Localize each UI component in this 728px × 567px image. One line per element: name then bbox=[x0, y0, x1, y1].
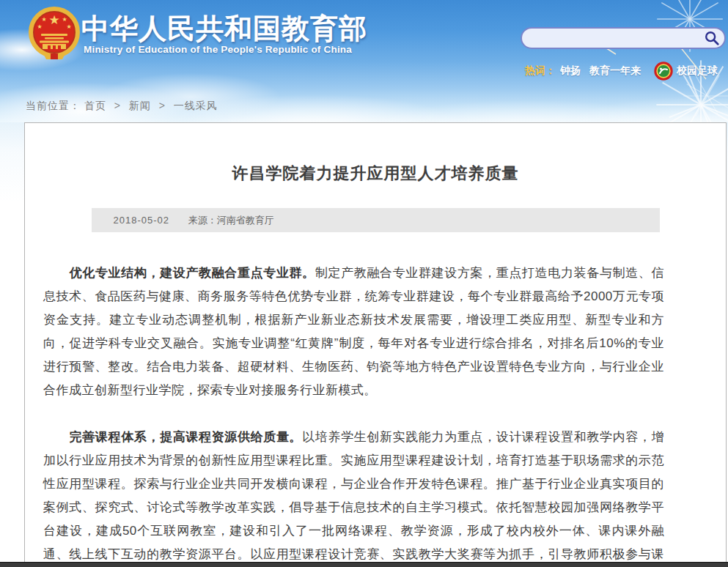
emblem-big-star: ★ bbox=[48, 13, 59, 27]
article-body: 优化专业结构，建设产教融合重点专业群。制定产教融合专业群建设方案，重点打造电力装… bbox=[43, 262, 664, 567]
svg-text:★: ★ bbox=[62, 16, 67, 23]
search-input[interactable] bbox=[532, 31, 695, 46]
paragraph-text: 制定产教融合专业群建设方案，重点打造电力装备与制造、信息技术、食品医药与健康、商… bbox=[43, 266, 664, 397]
campus-soccer-badge-icon[interactable] bbox=[654, 62, 673, 81]
svg-text:★: ★ bbox=[37, 23, 42, 30]
breadcrumb-home-link[interactable]: 首页 bbox=[84, 100, 106, 111]
paragraph-text: 以培养学生创新实践能力为重点，设计课程设置和教学内容，增加以行业应用技术为背景的… bbox=[43, 430, 664, 567]
hotwords-bar: 热词： 钟扬 教育一年来 校园足球 bbox=[525, 62, 718, 81]
page: ★ ★ ★ ★ ★ 中华人民共和国教育部 Ministry of Educati… bbox=[0, 0, 728, 567]
national-emblem-icon: ★ ★ ★ ★ ★ bbox=[26, 7, 83, 62]
footer-bar bbox=[0, 562, 728, 567]
breadcrumb-separator: > bbox=[114, 100, 121, 111]
article-paragraph: 完善课程体系，提高课程资源供给质量。以培养学生创新实践能力为重点，设计课程设置和… bbox=[43, 426, 664, 567]
article-source: 河南省教育厅 bbox=[217, 215, 274, 226]
hotword-link[interactable]: 教育一年来 bbox=[589, 64, 641, 78]
hotword-link[interactable]: 钟扬 bbox=[560, 64, 581, 78]
breadcrumb: 当前位置： 首页 > 新闻 > 一线采风 bbox=[26, 100, 218, 113]
search-box bbox=[521, 27, 726, 49]
hotwords-label: 热词： bbox=[525, 64, 556, 78]
breadcrumb-news-link[interactable]: 新闻 bbox=[129, 100, 151, 111]
header-banner: ★ ★ ★ ★ ★ 中华人民共和国教育部 Ministry of Educati… bbox=[0, 0, 728, 122]
svg-text:★: ★ bbox=[41, 16, 46, 23]
article-paragraph: 优化专业结构，建设产教融合重点专业群。制定产教融合专业群建设方案，重点打造电力装… bbox=[43, 262, 664, 402]
article-meta-bar: 2018-05-02 来源：河南省教育厅 bbox=[92, 208, 660, 232]
hotword-campus-soccer-link[interactable]: 校园足球 bbox=[677, 64, 718, 78]
article-title: 许昌学院着力提升应用型人才培养质量 bbox=[25, 123, 726, 185]
site-subtitle: Ministry of Education of the People's Re… bbox=[84, 44, 352, 55]
search-button[interactable] bbox=[703, 30, 721, 46]
breadcrumb-separator: > bbox=[159, 100, 166, 111]
breadcrumb-current: 一线采风 bbox=[174, 100, 218, 111]
paragraph-lead: 优化专业结构，建设产教融合重点专业群。 bbox=[70, 266, 315, 280]
article-date: 2018-05-02 bbox=[114, 215, 170, 226]
breadcrumb-label: 当前位置： bbox=[26, 100, 81, 111]
article-panel: 许昌学院着力提升应用型人才培养质量 2018-05-02 来源：河南省教育厅 优… bbox=[24, 122, 727, 567]
svg-text:★: ★ bbox=[66, 23, 71, 30]
site-title: 中华人民共和国教育部 bbox=[81, 10, 367, 48]
paragraph-lead: 完善课程体系，提高课程资源供给质量。 bbox=[70, 430, 303, 444]
article-source-label: 来源： bbox=[188, 215, 217, 226]
search-icon bbox=[704, 30, 720, 46]
